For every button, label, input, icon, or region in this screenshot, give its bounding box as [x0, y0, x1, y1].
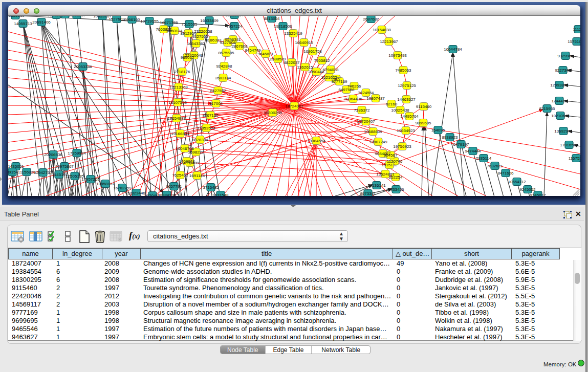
svg-text:10807487: 10807487 — [366, 96, 385, 101]
svg-text:10953867: 10953867 — [68, 16, 86, 17]
svg-text:16543362: 16543362 — [187, 41, 205, 46]
svg-text:7625402: 7625402 — [172, 173, 188, 178]
svg-text:18724007: 18724007 — [285, 104, 303, 108]
svg-text:1733426: 1733426 — [388, 187, 404, 192]
svg-text:1691144: 1691144 — [189, 173, 205, 178]
svg-text:7515535: 7515535 — [181, 22, 198, 27]
svg-text:8822037: 8822037 — [284, 60, 300, 65]
svg-text:10688609: 10688609 — [364, 129, 382, 134]
svg-text:6794028: 6794028 — [322, 68, 339, 72]
svg-text:16782759: 16782759 — [113, 186, 132, 190]
svg-text:11124: 11124 — [573, 27, 580, 32]
svg-text:10154838: 10154838 — [373, 28, 391, 32]
svg-text:16107553: 16107553 — [168, 100, 187, 105]
svg-text:9245052: 9245052 — [519, 187, 536, 192]
svg-text:62160: 62160 — [386, 102, 398, 106]
svg-text:12093872: 12093872 — [550, 83, 569, 87]
svg-text:1167533: 1167533 — [569, 156, 580, 161]
svg-text:9777169: 9777169 — [331, 79, 347, 84]
svg-text:1815132: 1815132 — [381, 163, 398, 167]
svg-text:20206536: 20206536 — [44, 152, 62, 157]
svg-text:20975867: 20975867 — [55, 164, 74, 169]
svg-text:19384554: 19384554 — [307, 139, 325, 143]
svg-text:23226058: 23226058 — [194, 29, 212, 34]
svg-text:9474444: 9474444 — [465, 149, 481, 154]
svg-text:19654923: 19654923 — [397, 128, 415, 133]
svg-text:10654112: 10654112 — [508, 180, 527, 184]
svg-text:1409948: 1409948 — [179, 159, 195, 164]
svg-text:12942757: 12942757 — [34, 170, 52, 175]
svg-text:1527602: 1527602 — [108, 17, 125, 21]
svg-text:117004: 117004 — [209, 101, 223, 106]
svg-text:19218506: 19218506 — [274, 24, 292, 29]
svg-text:8427552: 8427552 — [210, 89, 226, 93]
svg-text:3716485: 3716485 — [203, 185, 219, 190]
svg-text:14136141: 14136141 — [367, 183, 386, 188]
svg-text:10210643: 10210643 — [551, 114, 570, 118]
svg-text:7955812: 7955812 — [314, 58, 330, 63]
svg-text:904567: 904567 — [384, 153, 398, 158]
svg-text:2718176: 2718176 — [174, 70, 190, 74]
svg-text:8186323: 8186323 — [205, 38, 222, 42]
svg-text:20364436: 20364436 — [344, 97, 362, 101]
svg-text:12323446: 12323446 — [127, 191, 145, 195]
svg-text:8973341: 8973341 — [360, 191, 376, 196]
svg-text:18384338: 18384338 — [158, 193, 176, 196]
svg-text:16671355: 16671355 — [160, 20, 178, 25]
svg-text:1362615: 1362615 — [297, 65, 313, 70]
svg-text:114519: 114519 — [52, 172, 66, 177]
svg-text:10719155: 10719155 — [140, 19, 159, 24]
svg-text:2687682: 2687682 — [363, 17, 379, 21]
svg-text:2990448: 2990448 — [308, 70, 324, 74]
svg-text:10025438: 10025438 — [391, 108, 409, 113]
svg-text:8938923: 8938923 — [442, 135, 458, 140]
svg-text:17359924: 17359924 — [68, 151, 86, 156]
svg-text:14463627: 14463627 — [397, 97, 416, 102]
svg-text:2603144: 2603144 — [215, 76, 231, 80]
svg-text:252254: 252254 — [389, 175, 403, 180]
svg-text:8471626: 8471626 — [497, 171, 514, 176]
svg-text:19654933: 19654933 — [167, 116, 186, 121]
svg-text:6497568: 6497568 — [338, 87, 355, 92]
svg-text:9899695: 9899695 — [415, 121, 431, 125]
svg-text:16640910: 16640910 — [295, 40, 313, 45]
svg-text:6479197: 6479197 — [453, 142, 469, 147]
svg-text:9646821: 9646821 — [257, 52, 274, 56]
svg-text:14055713: 14055713 — [14, 21, 32, 26]
svg-text:15720407: 15720407 — [357, 119, 375, 124]
svg-text:6966160: 6966160 — [124, 17, 140, 22]
svg-text:16644784: 16644784 — [444, 47, 462, 52]
svg-text:3698222: 3698222 — [188, 150, 204, 155]
svg-text:9329906: 9329906 — [557, 54, 574, 58]
svg-text:14495764: 14495764 — [400, 114, 419, 119]
svg-text:9227342: 9227342 — [555, 68, 571, 73]
svg-text:16336530: 16336530 — [8, 16, 25, 18]
svg-text:164095: 164095 — [431, 128, 445, 133]
svg-text:20691406: 20691406 — [32, 20, 51, 25]
svg-text:9745012: 9745012 — [530, 193, 546, 196]
svg-text:7386372: 7386372 — [354, 108, 370, 113]
svg-text:3624554: 3624554 — [358, 91, 374, 95]
svg-text:19756923: 19756923 — [393, 144, 411, 149]
svg-text:8215955: 8215955 — [539, 106, 555, 111]
svg-text:9115460: 9115460 — [416, 104, 432, 109]
svg-text:1244415: 1244415 — [551, 99, 568, 103]
svg-text:7957224: 7957224 — [226, 24, 243, 29]
svg-text:18133054: 18133054 — [225, 16, 244, 17]
svg-text:18300295: 18300295 — [264, 111, 282, 115]
svg-text:18807249: 18807249 — [369, 140, 387, 144]
svg-text:10958107: 10958107 — [96, 182, 115, 186]
svg-text:7632621: 7632621 — [487, 164, 503, 168]
svg-text:15751074: 15751074 — [568, 39, 580, 44]
svg-text:19166823: 19166823 — [171, 132, 189, 136]
svg-text:9131548: 9131548 — [212, 193, 229, 196]
svg-text:7485063: 7485063 — [395, 68, 411, 73]
svg-text:10973493: 10973493 — [388, 53, 407, 58]
svg-text:8675685: 8675685 — [218, 51, 234, 55]
svg-text:16033809: 16033809 — [200, 18, 219, 23]
svg-text:12213369: 12213369 — [169, 85, 188, 90]
svg-text:9242848: 9242848 — [216, 64, 232, 69]
svg-text:17957255: 17957255 — [81, 177, 100, 182]
svg-text:39154: 39154 — [8, 170, 18, 174]
svg-text:989012: 989012 — [181, 55, 194, 60]
